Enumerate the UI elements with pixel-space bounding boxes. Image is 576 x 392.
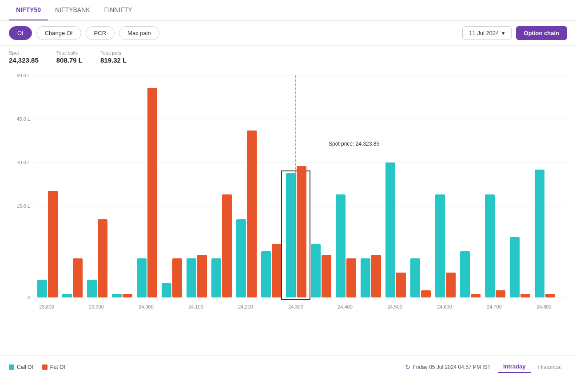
call-oi-color	[9, 364, 14, 370]
svg-rect-37	[421, 290, 431, 297]
put-oi-label: Put OI	[50, 364, 65, 370]
bar-call-24500	[385, 162, 395, 297]
svg-rect-12	[73, 258, 83, 297]
bar-put-24300	[297, 166, 306, 297]
bar-call-24800	[535, 170, 544, 297]
option-chain-button[interactable]: Option chain	[516, 26, 567, 40]
tab-niftybank[interactable]: NIFTYBANK	[48, 0, 97, 20]
bar-call-24200	[236, 219, 246, 297]
svg-rect-30	[311, 244, 321, 297]
spot-stat: Spot 24,323.85	[9, 50, 39, 64]
total-calls-stat: Total calls 808.79 L	[56, 50, 83, 64]
svg-rect-42	[510, 237, 520, 297]
chevron-down-icon: ▾	[502, 30, 505, 36]
selected-date: 11 Jul 2024	[469, 30, 499, 36]
chart-area: 60.0 L 45.0 L 30.0 L 15.0 L 0 23,800	[9, 71, 567, 333]
svg-text:24,300: 24,300	[288, 304, 303, 309]
svg-text:24,000: 24,000	[139, 304, 154, 309]
svg-text:24,700: 24,700	[487, 304, 502, 309]
svg-rect-23	[261, 251, 271, 297]
svg-text:23,800: 23,800	[39, 304, 54, 309]
spot-value: 24,323.85	[9, 56, 39, 64]
filter-pcr-button[interactable]: PCR	[86, 26, 115, 40]
svg-rect-17	[162, 283, 171, 297]
filter-oi-button[interactable]: OI	[9, 26, 32, 40]
date-picker[interactable]: 11 Jul 2024 ▾	[462, 26, 511, 40]
svg-text:24,400: 24,400	[338, 304, 353, 309]
svg-text:23,900: 23,900	[89, 304, 104, 309]
tab-finnifty[interactable]: FINNIFTY	[97, 0, 139, 20]
svg-text:0: 0	[28, 295, 30, 300]
svg-rect-24	[272, 244, 282, 297]
svg-text:30.0 L: 30.0 L	[16, 160, 30, 165]
bar-call-24600	[435, 194, 445, 297]
svg-rect-40	[471, 294, 481, 297]
bar-call-23900	[87, 280, 97, 297]
total-puts-stat: Total puts 819.32 L	[100, 50, 127, 64]
bar-put-24700	[496, 290, 505, 297]
bar-put-23800	[48, 191, 58, 297]
svg-rect-11	[62, 294, 72, 297]
svg-text:24,800: 24,800	[536, 304, 552, 309]
svg-rect-33	[361, 258, 370, 297]
svg-text:24,600: 24,600	[437, 304, 452, 309]
svg-rect-20	[211, 258, 221, 297]
bar-call-24100	[187, 258, 196, 297]
app-container: NIFTY50 NIFTYBANK FINNIFTY OI Change OI …	[0, 0, 576, 378]
refresh-info: ↻ Friday 05 Jul 2024 04:57 PM IST	[405, 364, 491, 371]
total-calls-label: Total calls	[56, 50, 83, 55]
bar-chart: 60.0 L 45.0 L 30.0 L 15.0 L 0 23,800	[9, 71, 567, 333]
call-oi-label: Call OI	[17, 364, 33, 370]
historical-button[interactable]: Historical	[533, 361, 567, 373]
svg-rect-14	[112, 294, 122, 297]
toolbar: OI Change OI PCR Max pain 11 Jul 2024 ▾ …	[0, 21, 576, 46]
svg-text:Spot price: 24,323.85: Spot price: 24,323.85	[329, 141, 379, 147]
tab-nifty50[interactable]: NIFTY50	[9, 0, 48, 20]
bar-put-24800	[545, 294, 555, 297]
svg-rect-31	[322, 255, 331, 297]
bar-put-24600	[446, 273, 456, 297]
svg-text:15.0 L: 15.0 L	[16, 203, 30, 209]
bar-call-24400	[336, 194, 346, 297]
stats-row: Spot 24,323.85 Total calls 808.79 L Tota…	[0, 46, 576, 67]
put-oi-color	[42, 364, 48, 370]
legend-call: Call OI	[9, 364, 33, 370]
legend-put: Put OI	[42, 364, 65, 370]
bar-call-24700	[485, 194, 495, 297]
bar-call-24000	[137, 258, 147, 297]
spot-label: Spot	[9, 50, 39, 55]
svg-rect-39	[460, 251, 470, 297]
footer: Call OI Put OI ↻ Friday 05 Jul 2024 04:5…	[0, 355, 576, 378]
bar-call-24300	[286, 173, 296, 297]
bar-put-24400	[346, 258, 356, 297]
filter-max-pain-button[interactable]: Max pain	[119, 26, 159, 40]
bar-call-23800	[37, 280, 47, 297]
svg-text:60.0 L: 60.0 L	[16, 73, 30, 78]
total-puts-value: 819.32 L	[100, 56, 127, 64]
svg-rect-18	[172, 258, 182, 297]
bar-put-24000	[147, 88, 157, 297]
total-puts-label: Total puts	[100, 50, 127, 55]
bar-put-23900	[98, 219, 107, 297]
svg-rect-21	[222, 194, 232, 297]
footer-right: ↻ Friday 05 Jul 2024 04:57 PM IST Intrad…	[405, 361, 567, 373]
toolbar-right: 11 Jul 2024 ▾ Option chain	[462, 26, 567, 40]
refresh-timestamp: Friday 05 Jul 2024 04:57 PM IST	[413, 364, 491, 370]
refresh-icon[interactable]: ↻	[405, 364, 410, 371]
svg-rect-36	[410, 258, 420, 297]
svg-rect-25	[283, 209, 284, 297]
filter-change-oi-button[interactable]: Change OI	[36, 26, 81, 40]
filter-buttons: OI Change OI PCR Max pain	[9, 26, 159, 40]
svg-rect-43	[520, 294, 530, 297]
top-tabs: NIFTY50 NIFTYBANK FINNIFTY	[0, 0, 576, 21]
bar-put-24500	[396, 273, 406, 297]
svg-rect-34	[371, 255, 381, 297]
svg-rect-15	[123, 294, 132, 297]
bar-put-24200	[247, 131, 257, 297]
svg-text:45.0 L: 45.0 L	[16, 116, 30, 122]
intraday-button[interactable]: Intraday	[498, 361, 531, 373]
bar-put-24100	[197, 255, 207, 297]
total-calls-value: 808.79 L	[56, 56, 83, 64]
chart-container: 60.0 L 45.0 L 30.0 L 15.0 L 0 23,800	[0, 67, 576, 355]
legend: Call OI Put OI	[9, 364, 65, 370]
